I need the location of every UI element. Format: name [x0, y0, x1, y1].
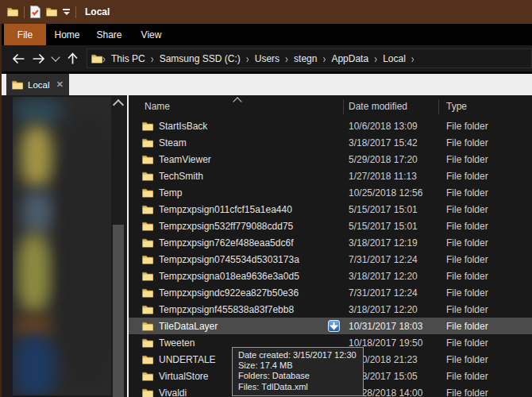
quick-access-folder-icon-2[interactable]	[46, 3, 57, 21]
forward-icon[interactable]	[29, 49, 49, 68]
file-type: File folder	[438, 154, 488, 165]
ribbon-tab-home[interactable]: Home	[46, 24, 88, 45]
recent-locations-chevron-icon[interactable]	[49, 49, 62, 68]
file-type: File folder	[438, 171, 488, 182]
file-type: File folder	[438, 337, 488, 349]
table-row[interactable]: Tempzxpsignf455838a83f7ebb8 3/18/2017 12…	[129, 301, 532, 318]
file-type: File folder	[438, 271, 488, 282]
folder-icon	[142, 355, 153, 364]
column-headers: Name Date modified Type	[129, 95, 532, 118]
file-name: TechSmith	[159, 171, 203, 182]
up-icon[interactable]	[62, 49, 83, 68]
folder-icon	[12, 80, 23, 90]
breadcrumb-item-local[interactable]: Local	[377, 53, 411, 64]
folder-icon	[142, 272, 153, 281]
file-type: File folder	[438, 321, 488, 332]
title-bar: Local	[0, 0, 532, 24]
file-type: File folder	[438, 237, 488, 249]
divider	[24, 6, 25, 18]
table-row[interactable]: Tempzxpsigna018ea9636e3a0d5 3/18/2017 12…	[129, 268, 532, 284]
table-row[interactable]: Tempzxpsigndc922ea827b50e36 7/31/2017 12…	[129, 284, 532, 301]
breadcrumb-item-this-pc[interactable]: This PC	[106, 53, 151, 64]
table-row[interactable]: TeamViewer 5/29/2018 17:20 File folder	[129, 151, 532, 168]
close-icon[interactable]: ✕	[56, 79, 64, 90]
toolbar-dropdown-icon[interactable]	[63, 3, 70, 21]
window-border	[0, 24, 2, 397]
sync-download-icon	[328, 320, 340, 332]
table-row[interactable]: TileDataLayer 10/31/2017 18:03 File fold…	[129, 318, 532, 334]
table-row[interactable]: Tempzxpsign762ef488eaa5dc6f 3/18/2017 12…	[129, 234, 532, 251]
breadcrumb-item-appdata[interactable]: AppData	[326, 53, 374, 64]
blurred-navigation-content	[13, 97, 111, 395]
table-row[interactable]: StartIsBack 10/6/2018 13:09 File folder	[129, 118, 532, 134]
tab-label: Local	[28, 80, 50, 90]
file-type: File folder	[438, 121, 488, 132]
folder-icon	[142, 322, 153, 331]
file-type: File folder	[438, 371, 488, 382]
main-content: Name Date modified Type StartIsBack 10/6…	[0, 95, 532, 397]
column-header-date-modified[interactable]: Date modified	[343, 101, 438, 112]
file-date-modified: 3/18/2017 12:20	[343, 304, 438, 315]
breadcrumb-item-samsung-ssd-c-[interactable]: Samsung SSD (C:)	[154, 53, 246, 64]
folder-icon	[142, 121, 153, 131]
back-icon[interactable]	[8, 49, 29, 68]
tooltip: Date created: 3/15/2017 12:30Size: 17.4 …	[232, 347, 364, 396]
file-name: UNDERTALE	[159, 354, 216, 365]
breadcrumb[interactable]: ›This PC›Samsung SSD (C:)›Users›stegn›Ap…	[87, 48, 532, 68]
breadcrumb-item-users[interactable]: Users	[249, 53, 285, 64]
chevron-right-icon: ›	[411, 52, 414, 65]
navigation-pane[interactable]	[0, 95, 129, 397]
ribbon-tab-share[interactable]: Share	[88, 24, 130, 45]
divider	[75, 6, 76, 18]
properties-checklist-icon[interactable]	[30, 3, 40, 21]
file-date-modified: 5/15/2017 15:01	[343, 204, 438, 215]
folder-icon	[142, 205, 153, 214]
table-row[interactable]: TechSmith 1/27/2018 11:13 File folder	[129, 168, 532, 184]
address-bar: ›This PC›Samsung SSD (C:)›Users›stegn›Ap…	[0, 45, 532, 71]
file-date-modified: 10/31/2017 18:03	[343, 321, 438, 332]
file-date-modified: 10/6/2018 13:09	[343, 121, 438, 132]
folder-icon	[142, 255, 153, 264]
chevron-right-icon: ›	[285, 52, 288, 65]
table-row[interactable]: Steam 3/18/2017 15:42 File folder	[129, 134, 532, 151]
file-date-modified: 5/15/2017 15:01	[343, 221, 438, 232]
file-name: Tempzxpsign532ff779088cdd75	[159, 221, 293, 232]
table-row[interactable]: Tempzxpsign532ff779088cdd75 5/15/2017 15…	[129, 218, 532, 234]
file-name: Tweeten	[159, 337, 195, 349]
file-name: Tempzxpsigna018ea9636e3a0d5	[159, 271, 299, 282]
chevron-right-icon: ›	[374, 52, 377, 65]
quick-access-folder-icon[interactable]	[7, 3, 18, 21]
column-header-type[interactable]: Type	[438, 101, 467, 112]
folder-icon	[142, 238, 153, 248]
file-type: File folder	[438, 254, 488, 265]
breadcrumb-item-stegn[interactable]: stegn	[288, 53, 322, 64]
file-name: Tempzxpsigndc922ea827b50e36	[159, 287, 299, 299]
file-date-modified: 3/18/2017 12:20	[343, 271, 438, 282]
chevron-right-icon: ›	[322, 52, 326, 65]
file-date-modified: 3/18/2017 15:42	[343, 137, 438, 148]
ribbon-tab-view[interactable]: View	[130, 24, 172, 45]
table-row[interactable]: Tempzxpsign0745534d5303173a 7/31/2017 12…	[129, 251, 532, 268]
tooltip-line: Date created: 3/15/2017 12:30	[238, 350, 357, 360]
file-name: Tempzxpsign0745534d5303173a	[159, 254, 299, 265]
chevron-right-icon: ›	[246, 52, 249, 65]
column-divider[interactable]	[438, 99, 439, 114]
folder-icon	[142, 138, 153, 148]
file-type: File folder	[438, 204, 488, 215]
file-name: Tempzxpsign762ef488eaa5dc6f	[159, 237, 293, 249]
folder-icon	[142, 305, 153, 314]
ribbon-tab-file[interactable]: File	[4, 24, 46, 45]
file-name: TileDataLayer	[159, 321, 218, 332]
column-divider[interactable]	[343, 99, 344, 114]
table-row[interactable]: Tempzxpsign011cfcf15a1ea440 5/15/2017 15…	[129, 201, 532, 218]
scrollbar-thumb[interactable]	[113, 225, 124, 397]
file-date-modified: 7/31/2017 12:24	[343, 254, 438, 265]
file-name: Temp	[159, 187, 182, 198]
table-row[interactable]: Temp 10/25/2018 12:56 File folder	[129, 184, 532, 201]
file-name: TeamViewer	[159, 154, 211, 165]
file-type: File folder	[438, 137, 488, 148]
file-date-modified: 1/27/2018 11:13	[343, 171, 438, 182]
file-type: File folder	[438, 287, 488, 299]
folder-icon	[142, 188, 153, 198]
tab-local[interactable]: Local ✕	[6, 74, 69, 95]
